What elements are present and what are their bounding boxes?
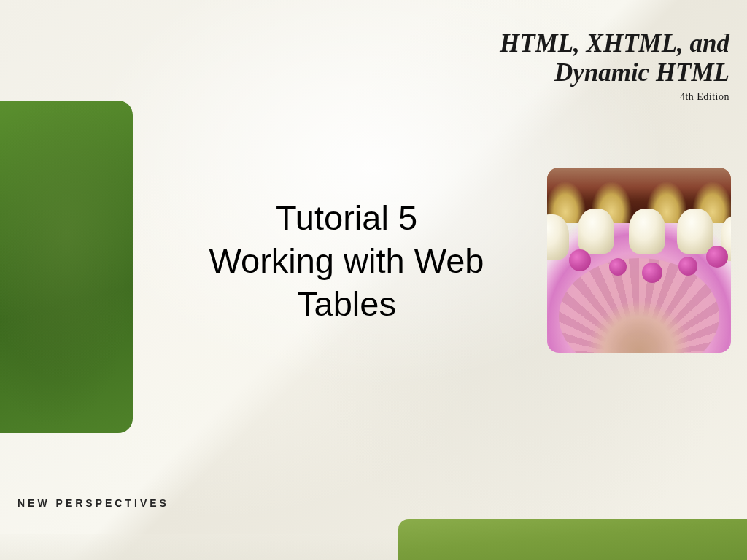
slide-title-line-3: Tables [297, 284, 396, 323]
book-edition: 4th Edition [500, 91, 729, 103]
slide-title-line-1: Tutorial 5 [276, 198, 417, 237]
brand-tagline: NEW PERSPECTIVES [18, 497, 169, 509]
book-title-line-1: HTML, XHTML, and [500, 29, 729, 58]
book-title-line-2: Dynamic HTML [554, 58, 729, 87]
book-title-block: HTML, XHTML, and Dynamic HTML 4th Editio… [500, 29, 729, 103]
pink-dot [569, 249, 591, 271]
decorative-green-left-panel [0, 101, 133, 433]
slide-title: Tutorial 5 Working with Web Tables [153, 197, 540, 325]
pink-dot [642, 262, 662, 283]
pink-dot [609, 258, 627, 276]
slide-title-line-2: Working with Web [209, 241, 484, 280]
decorative-green-bottom-bar [398, 519, 747, 560]
decorative-kaleidoscope-image [547, 168, 731, 353]
book-title: HTML, XHTML, and Dynamic HTML [500, 29, 729, 88]
pink-dot-row [547, 242, 731, 298]
pink-dot [678, 257, 697, 276]
pink-dot [706, 246, 728, 268]
